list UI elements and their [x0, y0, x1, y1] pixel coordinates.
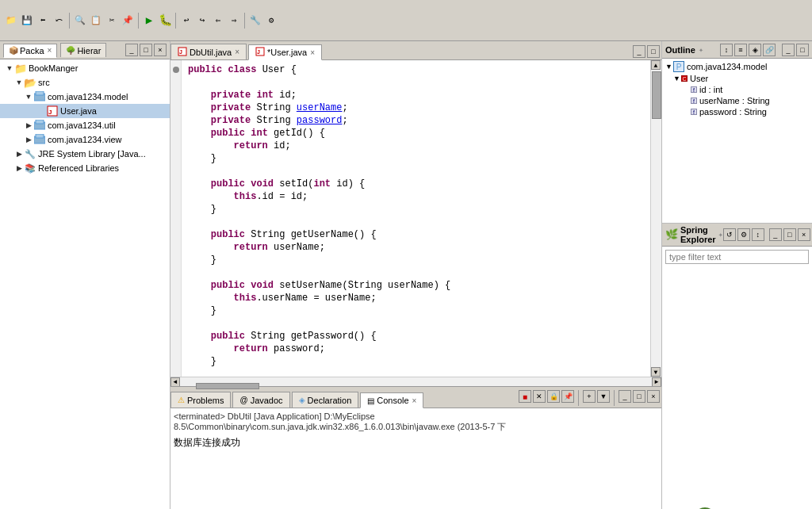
expand-outline-class[interactable]: ▼: [673, 75, 681, 82]
outline-filter-btn[interactable]: ≡: [734, 44, 747, 56]
expand-util[interactable]: ▶: [24, 121, 33, 129]
console-new-btn[interactable]: +: [583, 390, 596, 403]
minimize-outline[interactable]: _: [782, 44, 795, 56]
h-scroll-thumb[interactable]: [196, 383, 259, 389]
spring-explorer-header: 🌿 Spring Explorer ✦ ↺ ⚙ ↕ _ □ ×: [662, 224, 812, 247]
tree-item-view-pkg[interactable]: ▶ com.java1234.view: [0, 132, 170, 147]
spring-refresh-btn[interactable]: ↺: [723, 228, 736, 241]
scroll-left-arrow[interactable]: ◄: [170, 377, 180, 387]
close-console[interactable]: ×: [647, 390, 660, 403]
tab-dbutil[interactable]: J DbUtil.java ×: [170, 44, 247, 59]
tree-item-model-pkg[interactable]: ▼ com.java1234.model: [0, 90, 170, 104]
tree-item-jre[interactable]: ▶ 🔧 JRE System Library [Java...: [0, 147, 170, 161]
toolbar-btn-8[interactable]: 📌: [120, 13, 136, 29]
expand-root[interactable]: ▼: [5, 64, 14, 72]
editor-horizontal-scrollbar[interactable]: ◄ ►: [170, 377, 661, 386]
package-icon-view: [33, 133, 46, 146]
minimize-console[interactable]: _: [619, 390, 631, 403]
tree-item-root[interactable]: ▼ 📁 BookManger: [0, 61, 170, 75]
maximize-console[interactable]: □: [633, 390, 645, 403]
scroll-track[interactable]: [651, 121, 661, 367]
outline-id-label: id : int: [699, 85, 722, 94]
outline-item-pkg[interactable]: ▼ P com.java1234.model: [664, 60, 810, 73]
outline-item-id[interactable]: f id : int: [664, 84, 810, 95]
maximize-left-panel[interactable]: □: [140, 44, 152, 56]
spring-filter-input[interactable]: [665, 250, 809, 264]
toolbar-btn-1[interactable]: 📁: [3, 13, 19, 29]
expand-jre[interactable]: ▶: [14, 150, 24, 158]
expand-view[interactable]: ▶: [24, 136, 33, 144]
main-toolbar: 📁 💾 ⬅ ⤺ 🔍 📋 ✂ 📌 ▶ 🐛 ↩ ↪ ⇐ ⇒ 🔧 ⚙: [0, 0, 812, 41]
toolbar-btn-10[interactable]: ↪: [194, 13, 210, 29]
expand-src[interactable]: ▼: [14, 78, 24, 86]
maximize-spring[interactable]: □: [783, 228, 796, 241]
close-spring[interactable]: ×: [798, 228, 810, 241]
scroll-up-arrow[interactable]: ▲: [651, 60, 661, 70]
toolbar-btn-11[interactable]: ⇐: [210, 13, 226, 29]
toolbar-btn-14[interactable]: ⚙: [263, 13, 279, 29]
util-pkg-label: com.java1234.util: [48, 121, 116, 130]
tab-user-java[interactable]: J *User.java ×: [248, 44, 322, 60]
expand-reflib[interactable]: ▶: [14, 164, 24, 172]
outline-item-class[interactable]: ▼ C User: [664, 73, 810, 84]
toolbar-btn-4[interactable]: ⤺: [51, 13, 67, 29]
scroll-down-arrow[interactable]: ▼: [651, 367, 661, 377]
tree-item-util-pkg[interactable]: ▶ com.java1234.util: [0, 118, 170, 132]
toolbar-btn-3[interactable]: ⬅: [35, 13, 51, 29]
outline-hide-btn[interactable]: ◈: [749, 44, 761, 56]
tree-item-reflibr[interactable]: ▶ 📚 Referenced Libraries: [0, 161, 170, 175]
outline-panel: Outline ✦ ↕ ≡ ◈ 🔗 _ □: [662, 41, 812, 224]
outline-item-password[interactable]: f password : String: [664, 106, 810, 117]
close-left-panel[interactable]: ×: [154, 44, 167, 56]
tab-hierarchy[interactable]: 🌳 Hierar: [60, 43, 106, 57]
toolbar-btn-12[interactable]: ⇒: [226, 13, 242, 29]
tab-package-close[interactable]: ×: [48, 46, 52, 55]
tree-item-src[interactable]: ▼ 📂 src: [0, 75, 170, 90]
minimize-editor[interactable]: _: [633, 45, 645, 58]
tab-declaration[interactable]: ◈ Declaration: [292, 392, 359, 408]
minimize-spring[interactable]: _: [769, 228, 782, 241]
code-editor[interactable]: public class User { private int id; priv…: [182, 60, 650, 377]
toolbar-btn-6[interactable]: 📋: [88, 13, 104, 29]
tab-user-java-close[interactable]: ×: [310, 48, 315, 57]
maximize-editor[interactable]: □: [647, 45, 660, 58]
tab-javadoc[interactable]: @ Javadoc: [232, 392, 289, 408]
expand-model[interactable]: ▼: [24, 93, 33, 101]
project-icon: 📁: [14, 62, 27, 75]
toolbar-btn-2[interactable]: 💾: [19, 13, 35, 29]
tab-problems[interactable]: ⚠ Problems: [170, 392, 231, 408]
console-pin-btn[interactable]: 📌: [561, 390, 574, 403]
toolbar-debug-btn[interactable]: 🐛: [157, 13, 173, 29]
outline-link-btn[interactable]: 🔗: [763, 44, 776, 56]
console-scroll-lock[interactable]: 🔒: [547, 390, 560, 403]
spring-content: [662, 247, 812, 509]
console-clear-btn[interactable]: ✕: [533, 390, 546, 403]
scroll-thumb[interactable]: [652, 71, 661, 119]
expand-outline-pkg[interactable]: ▼: [665, 63, 673, 71]
outline-password-label: password : String: [699, 107, 767, 117]
spring-sort-btn[interactable]: ↕: [752, 228, 764, 241]
toolbar-run-btn[interactable]: ▶: [141, 13, 157, 29]
editor-left-margin: [170, 60, 182, 377]
tree-item-user-java[interactable]: ▶ J User.java: [0, 104, 170, 118]
toolbar-btn-9[interactable]: ↩: [178, 13, 194, 29]
tab-console-close[interactable]: ×: [412, 396, 417, 405]
minimize-left-panel[interactable]: _: [125, 44, 138, 56]
maximize-outline[interactable]: □: [796, 44, 809, 56]
scroll-right-arrow[interactable]: ►: [652, 377, 661, 387]
console-settings-btn[interactable]: ▼: [597, 390, 610, 403]
tab-dbutil-label: DbUtil.java: [190, 48, 232, 57]
model-pkg-label: com.java1234.model: [48, 92, 128, 101]
tab-console[interactable]: ▤ Console ×: [360, 392, 423, 408]
outline-item-username[interactable]: f userName : String: [664, 95, 810, 106]
editor-vertical-scrollbar[interactable]: ▲ ▼: [650, 60, 661, 377]
console-terminate-btn[interactable]: ■: [519, 390, 531, 403]
toolbar-btn-5[interactable]: 🔍: [72, 13, 88, 29]
tab-package[interactable]: 📦 Packa ×: [3, 44, 57, 58]
outline-sort-btn[interactable]: ↕: [720, 44, 733, 56]
toolbar-btn-13[interactable]: 🔧: [247, 13, 263, 29]
toolbar-sep-1: [69, 13, 70, 29]
tab-dbutil-close[interactable]: ×: [235, 48, 239, 56]
toolbar-btn-7[interactable]: ✂: [104, 13, 120, 29]
spring-config-btn[interactable]: ⚙: [737, 228, 750, 241]
